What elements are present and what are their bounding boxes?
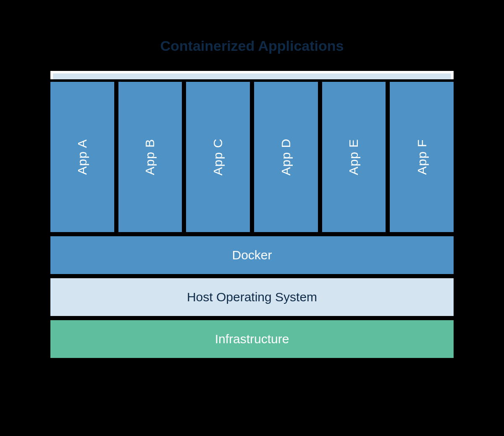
app-box-c: App C <box>186 82 250 232</box>
infrastructure-layer: Infrastructure <box>50 320 454 358</box>
app-label: App C <box>211 138 225 175</box>
app-label: App F <box>415 139 429 175</box>
app-label: App D <box>279 138 293 175</box>
diagram-container: Containerized Applications App A App B A… <box>50 38 454 358</box>
app-box-d: App D <box>254 82 318 232</box>
docker-label: Docker <box>232 248 272 262</box>
app-label: App E <box>347 139 361 175</box>
host-os-layer: Host Operating System <box>50 278 454 316</box>
bracket-decoration <box>50 71 454 79</box>
host-os-label: Host Operating System <box>187 290 317 304</box>
infrastructure-label: Infrastructure <box>215 332 289 346</box>
diagram-title: Containerized Applications <box>50 38 454 54</box>
docker-layer: Docker <box>50 236 454 274</box>
app-label: App B <box>143 139 158 175</box>
app-box-e: App E <box>322 82 386 232</box>
app-label: App A <box>75 139 89 175</box>
app-box-f: App F <box>390 82 454 232</box>
app-box-a: App A <box>50 82 114 232</box>
app-box-b: App B <box>118 82 182 232</box>
apps-row: App A App B App C App D App E App F <box>50 82 454 232</box>
